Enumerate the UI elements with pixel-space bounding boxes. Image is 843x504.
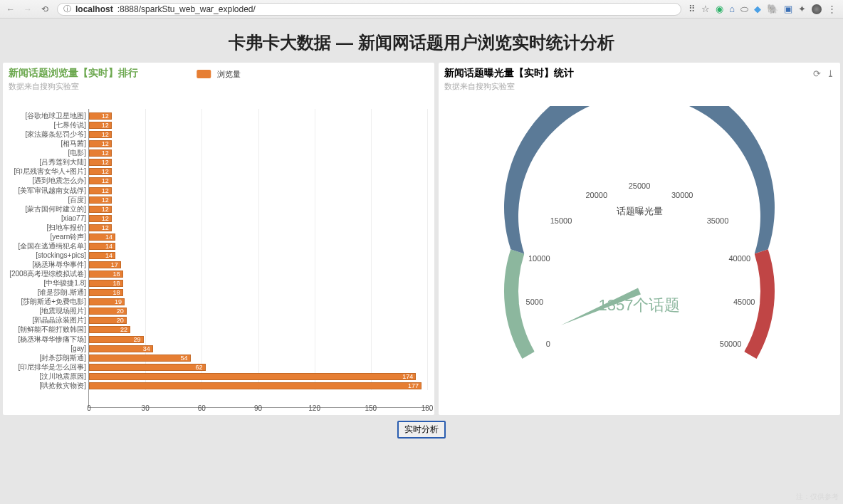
bar-row: [xiao77]12 xyxy=(89,214,427,223)
url-host: localhost xyxy=(75,4,113,14)
bar[interactable]: 12 xyxy=(89,159,112,166)
analyze-button[interactable]: 实时分析 xyxy=(397,421,446,439)
profile-avatar[interactable] xyxy=(812,4,822,14)
bar[interactable]: 12 xyxy=(89,177,112,184)
gauge-tick-label: 15000 xyxy=(550,216,572,225)
back-button[interactable]: ← xyxy=(6,4,16,14)
bar[interactable]: 18 xyxy=(89,280,123,287)
bar[interactable]: 12 xyxy=(89,149,112,157)
bar[interactable]: 174 xyxy=(89,373,416,380)
ext-icon-3[interactable]: ⬭ xyxy=(740,4,748,15)
bar[interactable]: 12 xyxy=(89,196,112,204)
bar[interactable]: 62 xyxy=(89,364,206,371)
bar[interactable]: 12 xyxy=(89,131,112,138)
bar[interactable]: 12 xyxy=(89,206,112,213)
forward-button[interactable]: → xyxy=(23,4,33,14)
bar[interactable]: 14 xyxy=(89,252,115,259)
bar-value-label: 34 xyxy=(143,345,150,352)
bar[interactable]: 12 xyxy=(89,168,112,175)
bar-category-label: [朝鲜能不能打败韩国] xyxy=(6,325,86,335)
x-tick: 30 xyxy=(142,404,150,412)
bar[interactable]: 29 xyxy=(89,336,144,343)
bar-category-label: [谁是莎朗.斯通] xyxy=(6,288,86,298)
bar-row: [杨丞琳辱华事件]17 xyxy=(89,261,427,269)
translate-icon[interactable]: ⠿ xyxy=(688,4,696,14)
bar[interactable]: 12 xyxy=(89,122,112,129)
bar[interactable]: 177 xyxy=(89,382,422,389)
bar-category-label: [stockings+pics] xyxy=(6,251,86,259)
svg-line-4 xyxy=(590,181,592,186)
bar-value-label: 62 xyxy=(196,364,203,371)
bar[interactable]: 12 xyxy=(89,187,112,194)
bar[interactable]: 14 xyxy=(89,243,115,250)
download-icon[interactable]: ⤓ xyxy=(827,68,834,79)
bar-category-label: [封杀莎朗斯通] xyxy=(6,353,86,363)
ext-icon-2[interactable]: ⌂ xyxy=(729,4,735,14)
bar[interactable]: 20 xyxy=(89,317,127,324)
bar[interactable]: 18 xyxy=(89,289,123,296)
bar-value-label: 18 xyxy=(112,289,120,296)
bar-row: [哄抢救灾物资]177 xyxy=(89,382,427,390)
bar-row: [地震现场照片]20 xyxy=(89,307,427,315)
bar[interactable]: 20 xyxy=(89,308,127,315)
ext-icon-5[interactable]: 🐘 xyxy=(767,4,778,14)
url-bar[interactable]: ⓘ localhost:8888/sparkStu_web_war_explod… xyxy=(57,3,681,16)
bar-category-label: [相马茜] xyxy=(6,139,86,149)
bar[interactable]: 12 xyxy=(89,112,112,120)
ext-icon-4[interactable]: ◆ xyxy=(754,4,761,14)
browser-menu[interactable]: ⋮ xyxy=(827,4,837,14)
bar-value-label: 14 xyxy=(105,243,112,250)
bar-row: [谷歌地球卫星地图]12 xyxy=(89,112,427,120)
site-info-icon[interactable]: ⓘ xyxy=(63,4,71,14)
watermark: 注：仅供参考 xyxy=(796,492,839,502)
bar-row: [印尼残害女华人+图片]12 xyxy=(89,167,427,176)
gauge-tick-label: 45000 xyxy=(733,298,755,306)
bar[interactable]: 12 xyxy=(89,224,112,231)
svg-line-1 xyxy=(519,303,525,304)
ext-icon-6[interactable]: ▣ xyxy=(784,4,792,14)
bar-chart-subtitle: 数据来自搜狗实验室 xyxy=(3,80,434,92)
bar-category-label: [家法藤条惩罚少爷] xyxy=(6,130,86,140)
bar-value-label: 12 xyxy=(102,149,109,157)
bar[interactable]: 54 xyxy=(89,355,191,362)
bar-chart-legend[interactable]: 浏览量 xyxy=(197,67,240,80)
star-icon[interactable]: ☆ xyxy=(701,4,710,14)
gauge-subtitle: 数据来自搜狗实验室 xyxy=(439,80,840,92)
bar-category-label: [xiao77] xyxy=(6,214,86,222)
bar[interactable]: 34 xyxy=(89,345,153,352)
bar[interactable]: 17 xyxy=(89,261,121,268)
bar-row: [封杀莎朗斯通]54 xyxy=(89,354,427,362)
bar-row: [百度]12 xyxy=(89,196,427,204)
bar[interactable]: 12 xyxy=(89,140,112,147)
ext-icon-7[interactable]: ✦ xyxy=(798,4,806,14)
bar-row: [莎朗斯通+免费电影]19 xyxy=(89,298,427,306)
bar[interactable]: 18 xyxy=(89,271,123,278)
bar-row: [印尼排华是怎么回事]62 xyxy=(89,363,427,372)
bar[interactable]: 14 xyxy=(89,233,115,241)
x-tick: 120 xyxy=(308,404,320,412)
bar-value-label: 54 xyxy=(180,355,187,362)
bar-value-label: 12 xyxy=(102,122,109,129)
gauge-tick-label: 50000 xyxy=(720,340,742,348)
refresh-icon[interactable]: ⟳ xyxy=(813,68,821,79)
bar-value-label: 12 xyxy=(102,215,109,222)
bar-category-label: [地震现场照片] xyxy=(6,306,86,316)
bar-category-label: [七界传说] xyxy=(6,120,86,130)
bar-value-label: 12 xyxy=(102,187,109,194)
x-tick: 60 xyxy=(198,404,206,412)
ext-icon-1[interactable]: ◉ xyxy=(716,4,723,14)
bar-row: [stockings+pics]14 xyxy=(89,251,427,260)
bar-row: [全国在逃通缉犯名单]14 xyxy=(89,242,427,251)
gauge-chart: 0500010000150002000025000300003500040000… xyxy=(439,106,840,405)
bar-chart-title: 新闻话题浏览量【实时】排行 xyxy=(9,67,138,80)
bar-value-label: 20 xyxy=(117,317,124,324)
bar[interactable]: 22 xyxy=(89,326,130,333)
bar[interactable]: 12 xyxy=(89,215,112,222)
gauge-axis-label: 话题曝光量 xyxy=(617,205,663,218)
bar-category-label: [遇到地震怎么办] xyxy=(6,176,86,186)
bar-row: [相马茜]12 xyxy=(89,140,427,148)
panel-gauge: 新闻话题曝光量【实时】统计 ⟳ ⤓ 数据来自搜狗实验室 050001000015… xyxy=(439,63,840,415)
reload-button[interactable]: ⟲ xyxy=(40,4,50,14)
bar-category-label: [yearn铃声] xyxy=(6,232,86,242)
bar[interactable]: 19 xyxy=(89,298,125,305)
